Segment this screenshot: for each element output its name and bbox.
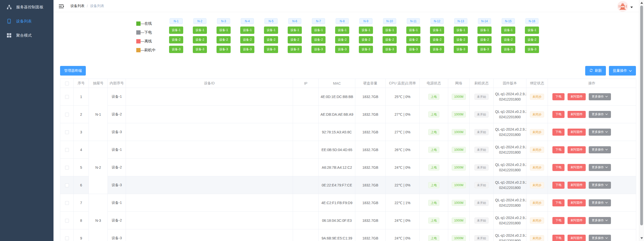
node-button[interactable]: N-14 bbox=[478, 18, 491, 24]
device-button[interactable]: 设备-1 bbox=[311, 27, 326, 34]
device-button[interactable]: 设备-1 bbox=[217, 27, 231, 34]
device-button[interactable]: 设备-3 bbox=[288, 46, 302, 53]
row-checkbox[interactable] bbox=[65, 95, 69, 99]
power-off-button[interactable]: 下电 bbox=[552, 199, 565, 206]
row-checkbox[interactable] bbox=[65, 183, 69, 187]
caret-down-icon[interactable] bbox=[630, 7, 633, 8]
more-actions-button[interactable]: 更多操作 bbox=[589, 111, 611, 118]
page-scrollbar[interactable] bbox=[639, 0, 644, 241]
device-button[interactable]: 设备-2 bbox=[454, 36, 468, 43]
power-off-button[interactable]: 下电 bbox=[552, 111, 565, 118]
device-button[interactable]: 设备-2 bbox=[193, 36, 207, 43]
row-checkbox[interactable] bbox=[65, 166, 69, 170]
node-button[interactable]: N-16 bbox=[525, 18, 539, 24]
power-off-button[interactable]: 下电 bbox=[552, 129, 565, 136]
flash-firmware-button[interactable]: 刷写固件 bbox=[568, 235, 586, 241]
node-button[interactable]: N-10 bbox=[383, 18, 396, 24]
breadcrumb-item-device-list[interactable]: 设备列表 bbox=[70, 4, 85, 8]
node-button[interactable]: N-5 bbox=[264, 18, 278, 24]
device-button[interactable]: 设备-1 bbox=[454, 27, 468, 34]
device-button[interactable]: 设备-2 bbox=[359, 36, 373, 43]
user-menu[interactable] bbox=[617, 1, 633, 13]
device-button[interactable]: 设备-1 bbox=[335, 27, 349, 34]
flash-firmware-button[interactable]: 刷写固件 bbox=[568, 199, 586, 206]
device-button[interactable]: 设备-2 bbox=[430, 36, 444, 43]
scrollbar-thumb[interactable] bbox=[640, 6, 643, 225]
device-button[interactable]: 设备-3 bbox=[454, 46, 468, 53]
node-button[interactable]: N-7 bbox=[312, 18, 325, 24]
device-button[interactable]: 设备-2 bbox=[501, 36, 515, 43]
device-button[interactable]: 设备-2 bbox=[217, 36, 231, 43]
device-button[interactable]: 设备-3 bbox=[430, 46, 444, 53]
power-off-button[interactable]: 下电 bbox=[552, 164, 565, 171]
device-button[interactable]: 设备-3 bbox=[501, 46, 515, 53]
batch-operations-button[interactable]: 批量操作 bbox=[609, 66, 636, 76]
device-button[interactable]: 设备-1 bbox=[430, 27, 444, 34]
device-button[interactable]: 设备-2 bbox=[240, 36, 254, 43]
power-off-button[interactable]: 下电 bbox=[552, 235, 565, 241]
scroll-up-arrow-icon[interactable] bbox=[640, 2, 643, 4]
device-button[interactable]: 设备-3 bbox=[264, 46, 278, 53]
device-button[interactable]: 设备-3 bbox=[240, 46, 254, 53]
sidebar-item-device-list[interactable]: 设备列表 bbox=[0, 14, 53, 28]
scroll-down-arrow-icon[interactable] bbox=[640, 237, 643, 239]
device-button[interactable]: 设备-3 bbox=[383, 46, 397, 53]
device-button[interactable]: 设备-1 bbox=[193, 27, 207, 34]
device-button[interactable]: 设备-3 bbox=[406, 46, 420, 53]
node-button[interactable]: N-9 bbox=[359, 18, 372, 24]
power-off-button[interactable]: 下电 bbox=[552, 217, 565, 224]
power-off-button[interactable]: 下电 bbox=[552, 93, 565, 100]
more-actions-button[interactable]: 更多操作 bbox=[589, 93, 611, 100]
row-checkbox[interactable] bbox=[65, 236, 69, 240]
node-button[interactable]: N-1 bbox=[170, 18, 183, 24]
device-button[interactable]: 设备-3 bbox=[525, 46, 539, 53]
node-button[interactable]: N-3 bbox=[217, 18, 230, 24]
sidebar-item-aggregate-mode[interactable]: 聚合模式 bbox=[0, 28, 53, 42]
device-button[interactable]: 设备-1 bbox=[169, 27, 183, 34]
row-checkbox[interactable] bbox=[65, 113, 69, 116]
sidebar-collapse-icon[interactable] bbox=[59, 4, 64, 9]
device-button[interactable]: 设备-2 bbox=[169, 36, 183, 43]
node-button[interactable]: N-8 bbox=[336, 18, 349, 24]
device-button[interactable]: 设备-1 bbox=[501, 27, 515, 34]
select-all-checkbox[interactable] bbox=[65, 82, 69, 85]
device-button[interactable]: 设备-1 bbox=[359, 27, 373, 34]
device-button[interactable]: 设备-2 bbox=[311, 36, 326, 43]
device-button[interactable]: 设备-3 bbox=[477, 46, 492, 53]
device-button[interactable]: 设备-2 bbox=[525, 36, 539, 43]
more-actions-button[interactable]: 更多操作 bbox=[589, 146, 611, 153]
flash-firmware-button[interactable]: 刷写固件 bbox=[568, 217, 586, 224]
flash-firmware-button[interactable]: 刷写固件 bbox=[568, 129, 586, 136]
device-button[interactable]: 设备-1 bbox=[288, 27, 302, 34]
device-button[interactable]: 设备-3 bbox=[335, 46, 349, 53]
flash-firmware-button[interactable]: 刷写固件 bbox=[568, 182, 586, 189]
device-button[interactable]: 设备-3 bbox=[193, 46, 207, 53]
row-checkbox[interactable] bbox=[65, 219, 69, 223]
device-button[interactable]: 设备-1 bbox=[240, 27, 254, 34]
node-button[interactable]: N-12 bbox=[431, 18, 444, 24]
node-button[interactable]: N-13 bbox=[454, 18, 467, 24]
flash-firmware-button[interactable]: 刷写固件 bbox=[568, 111, 586, 118]
device-button[interactable]: 设备-3 bbox=[359, 46, 373, 53]
more-actions-button[interactable]: 更多操作 bbox=[589, 129, 611, 136]
power-off-button[interactable]: 下电 bbox=[552, 182, 565, 189]
device-button[interactable]: 设备-2 bbox=[288, 36, 302, 43]
device-button[interactable]: 设备-2 bbox=[406, 36, 420, 43]
sidebar-item-server-control-panel[interactable]: 服务器控制面板 bbox=[0, 0, 53, 14]
device-button[interactable]: 设备-3 bbox=[169, 46, 183, 53]
device-button[interactable]: 设备-3 bbox=[311, 46, 326, 53]
more-actions-button[interactable]: 更多操作 bbox=[589, 235, 611, 241]
row-checkbox[interactable] bbox=[65, 201, 69, 205]
node-button[interactable]: N-11 bbox=[407, 18, 420, 24]
device-button[interactable]: 设备-2 bbox=[383, 36, 397, 43]
device-button[interactable]: 设备-3 bbox=[217, 46, 231, 53]
device-button[interactable]: 设备-1 bbox=[264, 27, 278, 34]
power-off-button[interactable]: 下电 bbox=[552, 146, 565, 153]
refresh-button[interactable]: 刷新 bbox=[585, 66, 606, 76]
more-actions-button[interactable]: 更多操作 bbox=[589, 199, 611, 206]
device-button[interactable]: 设备-1 bbox=[525, 27, 539, 34]
device-button[interactable]: 设备-1 bbox=[477, 27, 492, 34]
more-actions-button[interactable]: 更多操作 bbox=[589, 164, 611, 171]
node-button[interactable]: N-2 bbox=[193, 18, 206, 24]
node-button[interactable]: N-6 bbox=[288, 18, 301, 24]
